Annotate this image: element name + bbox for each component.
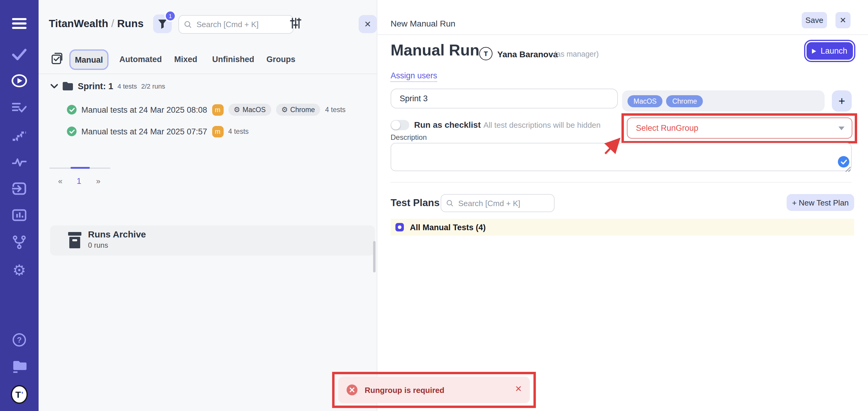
analytics-icon[interactable] [11,207,28,224]
owner-avatar[interactable]: T [479,47,493,60]
app-window: ⚙ ? T❜ TitanWealth/Runs 1 ✕ [0,0,868,411]
run-tests-count: 4 tests [228,128,249,135]
tab-mixed[interactable]: Mixed [174,55,197,64]
section-divider [391,182,852,183]
tree-folder-row[interactable]: Sprint: 1 4 tests 2/2 runs [51,81,165,91]
folder-icon [62,81,73,91]
toggle-knob [391,121,400,130]
chevron-down-icon[interactable] [51,84,58,89]
collapse-panel-button[interactable]: ✕ [359,15,377,33]
plan-selected-checkbox[interactable] [396,223,404,231]
env-pill-macos: ⚙MacOS [228,104,271,116]
results-list-icon[interactable] [11,99,28,116]
breadcrumb-separator: / [111,18,114,30]
folder-name[interactable]: Sprint: 1 [78,81,113,91]
run-title[interactable]: Manual tests at 24 Mar 2025 07:57 [82,127,207,136]
test-plans-title: Test Plans [391,197,440,209]
test-plan-row[interactable]: All Manual Tests (4) [391,219,854,235]
breadcrumb: TitanWealth/Runs [49,18,144,30]
tests-check-icon[interactable] [11,46,28,63]
launch-button[interactable]: Launch [807,42,853,60]
archive-icon [68,232,82,248]
runs-search-input[interactable] [195,19,288,30]
env-tag-chrome[interactable]: Chrome [666,95,703,107]
test-plans-search-input[interactable] [457,198,549,208]
save-button[interactable]: Save [802,12,827,28]
gear-icon: ⚙ [234,106,240,113]
error-icon [347,384,358,395]
tab-manual[interactable]: Manual [69,50,108,70]
import-icon[interactable] [11,180,28,197]
breadcrumb-project[interactable]: TitanWealth [49,18,108,30]
mini-scrollbar-thumb[interactable] [70,167,90,169]
status-passed-icon [67,127,76,136]
rungroup-placeholder: Select RunGroup [636,124,698,133]
tabs-divider [38,73,377,74]
tab-unfinished[interactable]: Unfinished [212,55,254,64]
owner-role: (as manager) [554,50,599,59]
status-passed-icon [67,105,76,115]
view-settings-icon[interactable] [290,18,301,31]
folder-tests-count: 4 tests [118,83,137,90]
search-icon [446,199,453,207]
runs-archive-card[interactable]: Runs Archive 0 runs [50,225,375,255]
menu-icon[interactable] [11,15,28,32]
panel-scrollbar-thumb[interactable] [373,241,375,273]
launch-label: Launch [821,46,847,56]
toast-close-button[interactable]: ✕ [515,384,522,393]
annotation-arrow [601,135,626,157]
archive-count: 0 runs [88,241,108,250]
resize-handle[interactable] [845,164,851,175]
run-title[interactable]: Manual tests at 24 Mar 2025 08:08 [82,105,207,114]
plan-label: All Manual Tests (4) [410,223,486,232]
search-icon [184,20,192,29]
environments-box[interactable]: MacOS Chrome [622,90,825,112]
settings-gear-icon[interactable]: ⚙ [11,261,28,278]
gear-icon: ⚙ [281,106,288,113]
steps-icon[interactable] [11,127,28,144]
close-panel-button[interactable]: ✕ [835,12,850,28]
pagination-prev[interactable]: « [54,177,66,186]
new-test-plan-button[interactable]: + New Test Plan [786,194,854,211]
pagination-page[interactable]: 1 [73,177,85,186]
add-environment-button[interactable]: + [832,90,852,112]
rungroup-select[interactable]: Select RunGroup [627,118,852,138]
activity-icon[interactable] [11,153,28,170]
tab-automated[interactable]: Automated [119,55,162,64]
panel-title: New Manual Run [391,19,456,28]
env-pill-chrome: ⚙Chrome [276,104,320,116]
help-icon[interactable]: ? [11,331,28,348]
run-name-input[interactable] [391,89,618,108]
runs-search[interactable] [179,15,293,34]
pagination-next[interactable]: » [92,177,104,186]
breadcrumb-section[interactable]: Runs [117,18,144,30]
folder-runs-count: 2/2 runs [141,83,165,90]
test-plans-search[interactable] [441,194,555,212]
filter-count-badge: 1 [164,10,176,22]
run-title-heading: Manual Run [391,41,479,60]
caret-down-icon [838,127,844,130]
checklist-icon[interactable] [51,53,64,67]
run-tests-count: 4 tests [325,106,346,113]
brand-logo[interactable]: T❜ [11,386,28,403]
run-list-item[interactable]: Manual tests at 24 Mar 2025 07:57 m 4 te… [67,124,249,138]
documents-folder-icon[interactable] [11,358,28,375]
description-label: Description [391,133,427,141]
new-run-panel: New Manual Run Save ✕ Manual Run T Yana … [377,0,868,411]
env-tag-macos[interactable]: MacOS [627,95,663,107]
funnel-icon [158,19,167,29]
run-list-item[interactable]: Manual tests at 24 Mar 2025 08:08 m ⚙Mac… [67,102,346,117]
assign-users-link[interactable]: Assign users [391,71,437,82]
runs-list-panel: TitanWealth/Runs 1 ✕ Manual Automated Mi… [38,0,377,411]
run-as-checklist-toggle[interactable] [391,120,409,130]
manual-badge: m [212,126,223,137]
checklist-hint: All test descriptions will be hidden [484,121,601,130]
filter-button[interactable]: 1 [153,14,172,33]
main-sidebar: ⚙ ? T❜ [0,0,38,411]
error-toast: Rungroup is required ✕ [338,377,530,403]
tab-groups[interactable]: Groups [267,55,296,64]
runs-play-icon[interactable] [11,72,28,89]
svg-text:?: ? [17,335,22,344]
branch-icon[interactable] [11,234,28,251]
logo-tick: ❜ [22,391,23,397]
